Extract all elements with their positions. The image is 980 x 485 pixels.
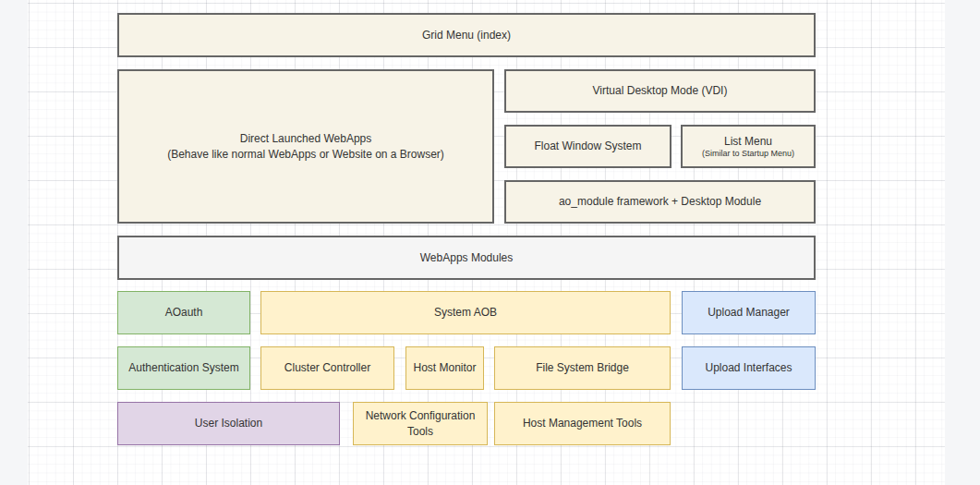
node-authentication-system-label: Authentication System bbox=[128, 360, 238, 375]
node-list-menu-title: List Menu bbox=[724, 134, 772, 149]
node-direct-launched-webapps-line2: (Behave like normal WebApps or Website o… bbox=[167, 147, 444, 162]
node-webapps-modules-label: WebApps Modules bbox=[420, 250, 514, 265]
node-file-system-bridge[interactable]: File System Bridge bbox=[494, 346, 671, 390]
node-virtual-desktop-mode-label: Virtual Desktop Mode (VDI) bbox=[593, 83, 728, 98]
node-cluster-controller[interactable]: Cluster Controller bbox=[260, 346, 394, 390]
node-upload-interfaces[interactable]: Upload Interfaces bbox=[682, 346, 816, 390]
node-direct-launched-webapps-line1: Direct Launched WebApps bbox=[240, 131, 372, 146]
node-host-monitor[interactable]: Host Monitor bbox=[405, 346, 484, 390]
node-ao-module-framework-label: ao_module framework + Desktop Module bbox=[559, 194, 761, 209]
node-direct-launched-webapps[interactable]: Direct Launched WebApps (Behave like nor… bbox=[117, 69, 494, 224]
node-list-menu[interactable]: List Menu (Similar to Startup Menu) bbox=[681, 125, 816, 168]
node-virtual-desktop-mode[interactable]: Virtual Desktop Mode (VDI) bbox=[504, 69, 816, 113]
node-host-management-tools-label: Host Management Tools bbox=[523, 416, 642, 430]
node-file-system-bridge-label: File System Bridge bbox=[536, 360, 629, 375]
node-upload-manager[interactable]: Upload Manager bbox=[682, 291, 816, 334]
node-aoauth-label: AOauth bbox=[165, 305, 203, 320]
node-upload-manager-label: Upload Manager bbox=[708, 305, 790, 320]
node-aoauth[interactable]: AOauth bbox=[117, 291, 250, 334]
node-webapps-modules[interactable]: WebApps Modules bbox=[117, 236, 816, 280]
node-cluster-controller-label: Cluster Controller bbox=[284, 360, 370, 375]
node-network-configuration-tools-label: Network Configuration Tools bbox=[359, 408, 481, 438]
node-user-isolation[interactable]: User Isolation bbox=[117, 402, 340, 445]
diagram-canvas[interactable]: Grid Menu (index) Direct Launched WebApp… bbox=[28, 0, 945, 485]
node-list-menu-subtitle: (Similar to Startup Menu) bbox=[702, 149, 794, 160]
node-grid-menu[interactable]: Grid Menu (index) bbox=[117, 13, 816, 57]
node-float-window-system[interactable]: Float Window System bbox=[504, 125, 671, 168]
node-user-isolation-label: User Isolation bbox=[195, 416, 262, 430]
node-network-configuration-tools[interactable]: Network Configuration Tools bbox=[353, 402, 488, 445]
node-upload-interfaces-label: Upload Interfaces bbox=[705, 360, 792, 375]
node-system-aob-label: System AOB bbox=[434, 305, 497, 320]
node-host-management-tools[interactable]: Host Management Tools bbox=[494, 402, 671, 445]
node-grid-menu-label: Grid Menu (index) bbox=[422, 28, 511, 42]
node-host-monitor-label: Host Monitor bbox=[413, 360, 476, 375]
node-authentication-system[interactable]: Authentication System bbox=[117, 346, 250, 390]
diagram-page: { "palette": { "canvas_background": "#ff… bbox=[0, 0, 980, 485]
node-system-aob[interactable]: System AOB bbox=[260, 291, 671, 334]
node-float-window-system-label: Float Window System bbox=[534, 139, 641, 153]
node-ao-module-framework[interactable]: ao_module framework + Desktop Module bbox=[504, 180, 816, 224]
